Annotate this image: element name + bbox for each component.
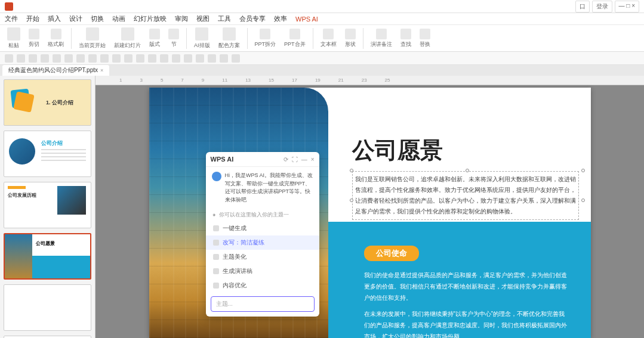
- selection-handle[interactable]: [466, 169, 469, 172]
- menu-insert[interactable]: 插入: [48, 14, 61, 23]
- menu-file[interactable]: 文件: [5, 14, 18, 23]
- ribbon-layout[interactable]: 版式: [147, 29, 162, 48]
- qt-icon[interactable]: [41, 54, 49, 63]
- mission-text[interactable]: 我们的使命是通过提供高品质的产品和服务，满足客户的需求，并为他们创造更多的价值。…: [364, 269, 567, 338]
- qt-icon[interactable]: [148, 54, 156, 63]
- qt-icon[interactable]: [184, 54, 192, 63]
- selection-handle[interactable]: [581, 199, 585, 202]
- thumb-3[interactable]: 公司发展历程: [4, 182, 91, 228]
- qt-icon[interactable]: [88, 54, 97, 63]
- menu-animation[interactable]: 动画: [112, 14, 125, 23]
- thumb-4[interactable]: 公司愿景: [4, 233, 91, 280]
- menu-wps-ai[interactable]: WPS AI: [295, 15, 318, 23]
- win-btn-login[interactable]: 登录: [592, 1, 612, 13]
- ribbon: 粘贴 剪切 格式刷 当前页开始 新建幻灯片 版式 节 AI排版 配色方案 PPT…: [0, 25, 644, 52]
- mission-text-p1: 我们的使命是通过提供高品质的产品和服务，满足客户的需求，并为他们创造更多的价值。…: [364, 269, 567, 303]
- win-btn-1[interactable]: 口: [575, 1, 590, 13]
- menubar: 文件 开始 插入 设计 切换 动画 幻灯片放映 审阅 视图 工具 会员专享 效率…: [0, 13, 644, 25]
- menu-review[interactable]: 审阅: [175, 14, 188, 23]
- cut-icon: [29, 29, 39, 39]
- ribbon-notes[interactable]: 演讲备注: [368, 29, 395, 48]
- menu-slideshow[interactable]: 幻灯片放映: [134, 14, 167, 23]
- selection-handle[interactable]: [350, 169, 353, 172]
- slide[interactable]: 公司愿景 我们是互联网销售公司，追求卓越和创新。未来将深入利用大数据和互联网，改…: [149, 88, 591, 338]
- notes-icon: [376, 29, 387, 39]
- ai-prompt-input[interactable]: 主题...: [211, 296, 315, 312]
- qt-icon[interactable]: [196, 54, 204, 63]
- slide-thumbnails[interactable]: 1. 公司介绍 公司介绍 公司发展历程 公司愿景: [0, 76, 95, 338]
- qt-icon[interactable]: [172, 54, 180, 63]
- menu-home[interactable]: 开始: [26, 14, 39, 23]
- speech-icon: [213, 268, 219, 274]
- ribbon-ai-layout[interactable]: AI排版: [192, 27, 212, 49]
- ai-minimize-icon[interactable]: —: [301, 156, 307, 163]
- selection-handle[interactable]: [581, 169, 585, 172]
- ai-layout-icon: [195, 27, 208, 41]
- ribbon-ppt-merge[interactable]: PPT合并: [282, 29, 308, 48]
- ribbon-textbox[interactable]: 文本框: [318, 29, 339, 48]
- qt-icon[interactable]: [5, 54, 13, 63]
- ai-panel-title: WPS AI: [211, 156, 234, 163]
- ai-refresh-icon[interactable]: ⟳: [284, 156, 288, 163]
- thumb-1-title: 1. 公司介绍: [46, 99, 73, 107]
- vision-text-box[interactable]: 我们是互联网销售公司，追求卓越和创新。未来将深入利用大数据和互联网，改进销售流程…: [352, 171, 579, 220]
- thumb-6[interactable]: [4, 336, 91, 338]
- ribbon-ppt-split[interactable]: PPT拆分: [252, 29, 279, 48]
- vision-title[interactable]: 公司愿景: [352, 135, 443, 166]
- ribbon-color-scheme[interactable]: 配色方案: [216, 27, 242, 49]
- qt-icon[interactable]: [220, 54, 228, 63]
- optimize-icon: [213, 283, 219, 289]
- menu-design[interactable]: 设计: [69, 14, 82, 23]
- qt-icon[interactable]: [112, 54, 121, 63]
- qt-icon[interactable]: [100, 54, 109, 63]
- qt-icon[interactable]: [124, 54, 133, 63]
- tab-close-icon[interactable]: ×: [100, 67, 103, 73]
- qt-icon[interactable]: [136, 54, 144, 63]
- qt-icon[interactable]: [232, 54, 240, 63]
- win-btn-controls[interactable]: — □ ×: [615, 1, 639, 13]
- ribbon-paste[interactable]: 粘贴: [5, 27, 23, 49]
- selection-handle[interactable]: [350, 199, 353, 202]
- ribbon-shape[interactable]: 形状: [343, 29, 358, 48]
- rewrite-icon: [213, 240, 219, 246]
- ribbon-replace[interactable]: 替换: [417, 29, 433, 48]
- menu-view[interactable]: 视图: [196, 14, 209, 23]
- menu-member[interactable]: 会员专享: [239, 14, 266, 23]
- thumb-5[interactable]: [4, 284, 91, 331]
- ribbon-from-current[interactable]: 当前页开始: [76, 27, 108, 49]
- qt-icon[interactable]: [29, 54, 37, 63]
- mission-badge[interactable]: 公司使命: [364, 246, 419, 261]
- paste-icon: [7, 27, 20, 41]
- shape-icon: [345, 29, 356, 39]
- ai-option-rewrite[interactable]: 改写：简洁凝练: [206, 235, 319, 250]
- ai-expand-icon[interactable]: ⛶: [292, 156, 298, 163]
- qt-icon[interactable]: [208, 54, 216, 63]
- ai-option-beautify[interactable]: 主题美化: [206, 250, 319, 264]
- ai-option-optimize[interactable]: 内容优化: [206, 278, 319, 293]
- ribbon-format-painter[interactable]: 格式刷: [45, 29, 66, 48]
- qt-icon[interactable]: [17, 54, 25, 63]
- qt-icon[interactable]: [160, 54, 168, 63]
- ai-close-icon[interactable]: ×: [311, 156, 315, 163]
- thumb-1[interactable]: 1. 公司介绍: [4, 79, 91, 126]
- workspace: 1. 公司介绍 公司介绍 公司发展历程 公司愿景 135791113151719…: [0, 76, 644, 338]
- document-tab[interactable]: 经典蓝色简约风公司介绍PPT.pptx ×: [2, 65, 109, 76]
- thumb-2[interactable]: 公司介绍: [4, 131, 91, 177]
- ribbon-section[interactable]: 节: [166, 29, 181, 48]
- slide-canvas-area[interactable]: 135791113151719212325 公司愿景 我们是互联网销售公司，追求…: [95, 76, 644, 338]
- wps-ai-panel[interactable]: WPS AI ⟳ ⛶ — × Hi，我是WPS AI。我能帮你生成、改写文案、帮…: [206, 152, 319, 317]
- qt-icon[interactable]: [76, 54, 85, 63]
- menu-efficiency[interactable]: 效率: [274, 14, 287, 23]
- ai-option-generate[interactable]: 一键生成: [206, 221, 319, 235]
- merge-icon: [289, 29, 300, 39]
- qt-icon[interactable]: [64, 54, 73, 63]
- qt-icon[interactable]: [53, 54, 61, 63]
- ribbon-new-slide[interactable]: 新建幻灯片: [112, 27, 143, 49]
- ribbon-find[interactable]: 查找: [398, 29, 414, 48]
- ai-option-speech[interactable]: 生成演讲稿: [206, 264, 319, 278]
- quick-toolbar: [0, 52, 644, 65]
- menu-tools[interactable]: 工具: [218, 14, 231, 23]
- thumb-3-title: 公司发展历程: [8, 192, 36, 199]
- ribbon-cut[interactable]: 剪切: [26, 29, 42, 48]
- menu-transition[interactable]: 切换: [91, 14, 104, 23]
